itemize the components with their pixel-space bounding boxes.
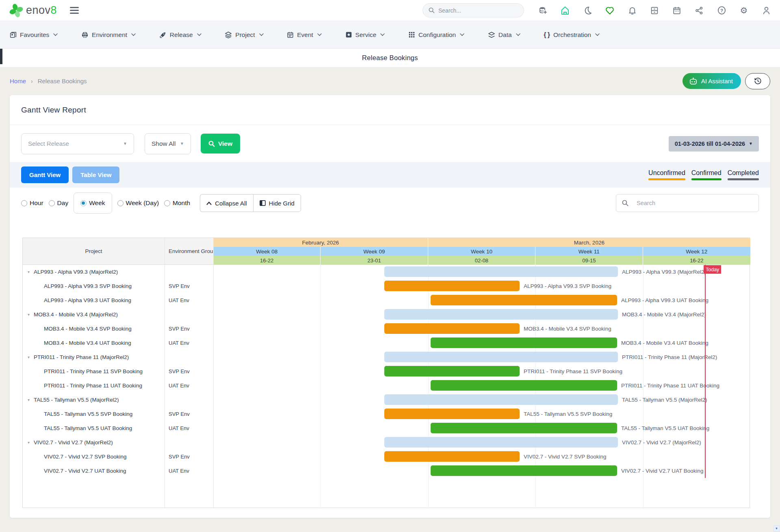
gantt-bar[interactable] [384, 323, 520, 334]
collapse-caret-icon[interactable]: ▾ [28, 440, 30, 445]
favourites-heart-icon[interactable] [605, 6, 615, 15]
gantt-booking-row-label[interactable]: TAL55 - Tallyman V5.5 SVP Booking [44, 407, 132, 421]
gantt-booking-row-label[interactable]: VIV02.7 - Vivid V2.7 SVP Booking [44, 450, 127, 464]
notifications-bell-icon[interactable] [627, 6, 637, 15]
radio-month[interactable]: Month [164, 199, 190, 207]
gantt-bar[interactable] [384, 281, 520, 291]
share-icon[interactable] [694, 6, 704, 15]
nav-data[interactable]: Data [488, 31, 520, 39]
calendar-icon[interactable] [672, 6, 682, 15]
logo-text: enov8 [26, 4, 57, 17]
report-controls: Select Release ▼ Show All ▼ View 01-03-2… [10, 125, 770, 162]
legend-completed: Completed [728, 169, 759, 180]
legend-unconfirmed-bar [648, 178, 685, 180]
gantt-bar[interactable] [384, 352, 618, 362]
gantt-bar-label: TAL55 - Tallyman V5.5 (MajorRel2) [622, 394, 707, 405]
radio-week-day[interactable]: Week (Day) [117, 199, 159, 207]
scrollbar-down-arrow[interactable]: ▼ [774, 526, 780, 532]
gantt-booking-row-label[interactable]: ALP993 - Alpha V99.3 UAT Booking [44, 293, 131, 307]
settings-gear-icon[interactable]: ⚙ [739, 6, 749, 15]
dark-mode-moon-icon[interactable] [583, 6, 592, 15]
release-rocket-icon [159, 31, 167, 39]
gantt-group-row-label[interactable]: ▾PTRI011 - Trinity Phase 11 (MajorRel2) [28, 350, 129, 364]
nav-orchestration[interactable]: { } Orchestration [544, 31, 600, 39]
environment-group-column-header: Environment Group [165, 238, 213, 264]
nav-project[interactable]: Project [225, 31, 263, 39]
gantt-bar[interactable] [384, 266, 618, 277]
nav-release[interactable]: Release [159, 31, 202, 39]
gantt-booking-row-label[interactable]: TAL55 - Tallyman V5.5 UAT Booking [44, 421, 132, 435]
hide-grid-button[interactable]: Hide Grid [253, 194, 301, 212]
nav-event[interactable]: Event [287, 31, 322, 39]
gantt-bar[interactable] [384, 409, 520, 419]
gantt-bar-label: ALP993 - Alpha V99.3 (MajorRel2) [622, 266, 706, 277]
history-button[interactable] [745, 73, 770, 89]
radio-day[interactable]: Day [49, 199, 69, 207]
gantt-bar[interactable] [431, 380, 617, 391]
topbar-icons: ? ⚙ [538, 6, 771, 15]
gantt-bar-label: ALP993 - Alpha V99.3 UAT Booking [621, 295, 708, 305]
gantt-bar[interactable] [384, 366, 520, 376]
archive-icon[interactable] [650, 6, 659, 15]
gantt-bar[interactable] [431, 465, 617, 476]
gantt-booking-row-label[interactable]: MOB3.4 - Mobile V3.4 SVP Booking [44, 322, 132, 336]
collapse-caret-icon[interactable]: ▾ [28, 398, 30, 402]
topbar: enov8 Search... [0, 0, 780, 21]
nav-favourites[interactable]: Favourites [10, 31, 58, 39]
nav-environment[interactable]: Environment [81, 31, 136, 39]
radio-week[interactable]: Week [74, 192, 112, 214]
gantt-bar[interactable] [431, 295, 617, 305]
show-all-dropdown[interactable]: Show All ▼ [145, 133, 191, 154]
nav-configuration[interactable]: Configuration [408, 31, 464, 39]
profile-user-icon[interactable] [761, 6, 771, 15]
collapse-caret-icon[interactable]: ▾ [28, 270, 30, 274]
gantt-view-tab[interactable]: Gantt View [21, 167, 69, 183]
environment-globe-icon [81, 31, 89, 39]
gantt-booking-row-label[interactable]: VIV02.7 - Vivid V2.7 UAT Booking [44, 464, 126, 478]
ai-assistant-button[interactable]: AI Assistant [682, 73, 741, 89]
grid-line [321, 265, 321, 508]
view-button[interactable]: View [201, 134, 240, 154]
collapse-all-button[interactable]: Collapse All [200, 194, 253, 212]
today-line [705, 265, 706, 478]
gantt-booking-row-label[interactable]: ALP993 - Alpha V99.3 SVP Booking [44, 279, 132, 293]
gantt-booking-row-label[interactable]: MOB3.4 - Mobile V3.4 UAT Booking [44, 336, 131, 350]
data-layers-icon [488, 31, 495, 39]
gantt-group-row-label[interactable]: ▾VIV02.7 - Vivid V2.7 (MajorRel2) [28, 435, 113, 450]
gantt-group-row-label[interactable]: ▾TAL55 - Tallyman V5.5 (MajorRel2) [28, 393, 119, 407]
radio-hour[interactable]: Hour [21, 199, 43, 207]
select-release-dropdown[interactable]: Select Release ▼ [21, 133, 134, 154]
database-add-icon[interactable] [538, 6, 548, 15]
home-icon[interactable] [560, 6, 570, 15]
gantt-dates-row: 16-2223-0102-0809-1516-22 [213, 256, 750, 265]
nav-service[interactable]: Service [345, 31, 385, 39]
gantt-search[interactable] [616, 194, 759, 212]
today-marker: Today [704, 265, 721, 274]
gantt-bar[interactable] [384, 394, 618, 405]
gantt-bar-label: ALP993 - Alpha V99.3 SVP Booking [524, 281, 611, 291]
gantt-bar[interactable] [384, 437, 618, 448]
gantt-search-input[interactable] [637, 200, 753, 206]
gantt-bar[interactable] [384, 309, 618, 320]
gantt-booking-row-label[interactable]: PTRI011 - Trinity Phase 11 SVP Booking [44, 364, 143, 378]
enov8-logo[interactable]: enov8 [9, 3, 57, 18]
breadcrumb-separator: › [31, 78, 33, 84]
gantt-group-row-label[interactable]: ▾MOB3.4 - Mobile V3.4 (MajorRel2) [28, 307, 118, 322]
gantt-bar[interactable] [431, 423, 617, 433]
breadcrumb-current: Release Bookings [38, 78, 87, 84]
table-view-tab[interactable]: Table View [72, 167, 119, 183]
collapse-caret-icon[interactable]: ▾ [28, 312, 30, 317]
gantt-timeline-header: February, 2026March, 2026 Week 08Week 09… [213, 238, 750, 265]
help-icon[interactable]: ? [717, 6, 726, 15]
global-search[interactable]: Search... [422, 3, 524, 17]
project-layers-icon [225, 31, 232, 39]
gantt-group-row-label[interactable]: ▾ALP993 - Alpha V99.3 (MajorRel2) [28, 265, 118, 279]
collapse-caret-icon[interactable]: ▾ [28, 355, 30, 359]
gantt-booking-row-label[interactable]: PTRI011 - Trinity Phase 11 UAT Booking [44, 378, 142, 393]
menu-hamburger-icon[interactable] [70, 7, 79, 14]
date-range-selector[interactable]: 01-03-2026 till 01-04-2026 ▼ [669, 136, 759, 151]
gantt-bar[interactable] [431, 337, 617, 348]
gantt-report-card: Gantt View Report Select Release ▼ Show … [10, 95, 770, 518]
breadcrumb-home-link[interactable]: Home [10, 78, 26, 84]
gantt-bar[interactable] [384, 451, 520, 462]
